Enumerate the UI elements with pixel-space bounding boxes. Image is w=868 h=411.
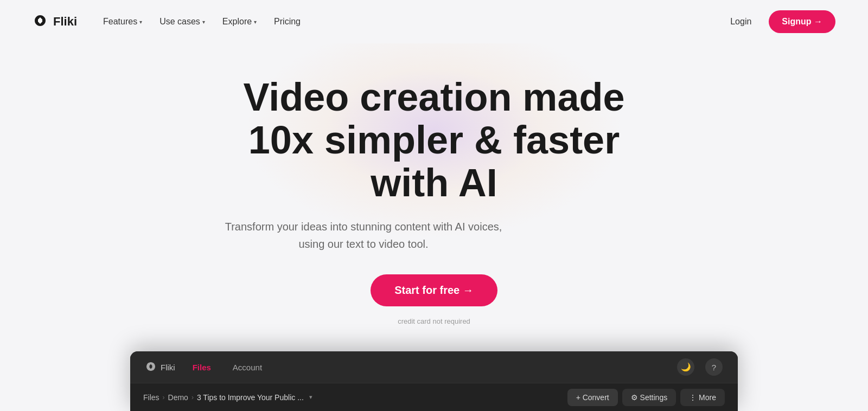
app-topbar-left: Fliki Files Account	[145, 361, 266, 374]
app-topbar: Fliki Files Account 🌙 ?	[130, 351, 738, 383]
app-nav-files[interactable]: Files	[188, 361, 215, 374]
breadcrumb-dropdown-icon[interactable]: ▾	[309, 394, 312, 401]
nav-features[interactable]: Features ▾	[97, 12, 149, 31]
logo-text: Fliki	[53, 15, 77, 29]
nav-links: Features ▾ Use cases ▾ Explore ▾ Pricing	[97, 12, 307, 31]
hero-content: Video creation made 10x simpler & faster…	[212, 76, 656, 325]
app-logo[interactable]: Fliki	[145, 362, 175, 373]
toolbar-actions: + Convert ⚙ Settings ⋮ More	[567, 389, 725, 406]
app-preview: Fliki Files Account 🌙 ? Files › Demo › 3…	[130, 351, 738, 411]
moon-icon: 🌙	[681, 362, 691, 372]
convert-button[interactable]: + Convert	[567, 389, 618, 406]
login-button[interactable]: Login	[722, 12, 760, 31]
nav-pricing[interactable]: Pricing	[267, 12, 307, 31]
breadcrumb-file[interactable]: 3 Tips to Improve Your Public ...	[197, 393, 304, 402]
breadcrumb-folder[interactable]: Demo	[168, 393, 188, 402]
logo[interactable]: Fliki	[33, 14, 77, 29]
hero-subtitle: Transform your ideas into stunning conte…	[212, 218, 515, 253]
hero-section: Video creation made 10x simpler & faster…	[0, 43, 868, 347]
navbar-left: Fliki Features ▾ Use cases ▾ Explore ▾ P…	[33, 12, 307, 31]
breadcrumb-root[interactable]: Files	[143, 393, 159, 402]
explore-chevron-icon: ▾	[254, 19, 257, 25]
app-fliki-logo-icon	[145, 362, 156, 373]
signup-button[interactable]: Signup →	[769, 10, 835, 33]
navbar-right: Login Signup →	[722, 10, 835, 33]
nav-use-cases[interactable]: Use cases ▾	[153, 12, 212, 31]
use-cases-chevron-icon: ▾	[202, 19, 205, 25]
breadcrumb: Files › Demo › 3 Tips to Improve Your Pu…	[143, 393, 312, 402]
app-toolbar: Files › Demo › 3 Tips to Improve Your Pu…	[130, 383, 738, 411]
nav-explore[interactable]: Explore ▾	[216, 12, 263, 31]
app-logo-text: Fliki	[161, 363, 175, 372]
credit-note: credit card not required	[212, 317, 656, 325]
settings-button[interactable]: ⚙ Settings	[622, 389, 676, 406]
help-icon: ?	[712, 363, 716, 372]
app-nav-account[interactable]: Account	[228, 361, 266, 374]
dark-mode-button[interactable]: 🌙	[677, 358, 694, 376]
breadcrumb-sep-1: ›	[163, 394, 165, 401]
cta-button[interactable]: Start for free →	[371, 274, 497, 306]
navbar: Fliki Features ▾ Use cases ▾ Explore ▾ P…	[0, 0, 868, 43]
hero-title: Video creation made 10x simpler & faster…	[212, 76, 656, 205]
fliki-logo-icon	[33, 14, 48, 29]
features-chevron-icon: ▾	[139, 19, 142, 25]
help-button[interactable]: ?	[705, 358, 723, 376]
more-button[interactable]: ⋮ More	[680, 389, 725, 406]
breadcrumb-sep-2: ›	[192, 394, 194, 401]
app-topbar-right: 🌙 ?	[677, 358, 723, 376]
